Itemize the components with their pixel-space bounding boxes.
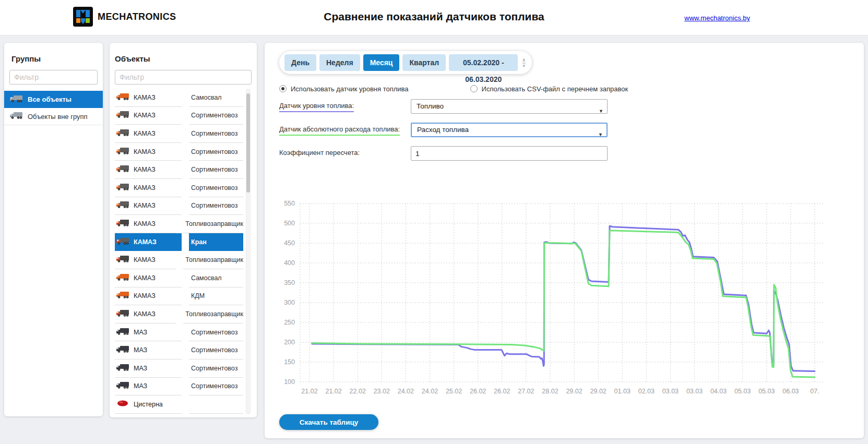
source-radios: Использовать датчик уровня топливаИсполь… — [279, 83, 628, 94]
object-row[interactable]: КАМАЗКДМ — [115, 287, 243, 306]
object-type-cell: Топливозаправщик — [183, 305, 243, 323]
object-name-cell: КАМАЗ — [115, 107, 182, 125]
truck-icon — [116, 182, 129, 194]
groups-panel: Группы Все объектыОбъекты вне групп — [4, 43, 103, 416]
objects-list: КАМАЗСамосвалКАМАЗСортиментовозКАМАЗСорт… — [115, 89, 243, 414]
object-row[interactable]: КАМАЗСортиментовоз — [115, 197, 243, 215]
level-sensor-select[interactable]: Топливо ▼ — [411, 99, 608, 114]
object-name-cell: МАЗ — [115, 378, 182, 396]
object-type: Топливозаправщик — [185, 220, 243, 227]
objects-scrollbar[interactable] — [246, 89, 251, 414]
logo-text: MECHATRONICS — [98, 11, 176, 22]
object-row[interactable]: МАЗСортиментовоз — [115, 323, 243, 342]
object-name: МАЗ — [134, 382, 147, 390]
y-axis-tick-label: 100 — [284, 378, 295, 386]
x-axis-tick-label: 02.03 — [638, 388, 655, 395]
spinner-down-icon[interactable]: ▼ — [522, 65, 526, 68]
groups-filter-input[interactable] — [9, 70, 98, 85]
object-type-cell: Кран — [189, 233, 243, 251]
radio-option-0[interactable]: Использовать датчик уровня топлива — [279, 83, 409, 94]
object-name: КАМАЗ — [134, 94, 156, 101]
object-row[interactable]: КАМАЗТопливозаправщик — [115, 305, 243, 323]
radio-icon[interactable] — [279, 85, 287, 92]
object-name-cell: КАМАЗ — [115, 269, 182, 287]
page-title: Сравнение показаний датчиков топлива — [324, 10, 544, 23]
tab-period-3[interactable]: Квартал — [402, 54, 446, 71]
coefficient-label: Коэффициент пересчета: — [279, 149, 360, 158]
group-item-0[interactable]: Все объекты — [4, 91, 103, 108]
object-type-cell: Сортиментовоз — [189, 359, 243, 378]
radio-icon[interactable] — [470, 85, 478, 92]
object-name: КАМАЗ — [134, 220, 156, 227]
object-type-cell: Сортиментовоз — [189, 161, 243, 179]
object-row[interactable]: КАМАЗСортиментовоз — [115, 143, 243, 161]
truck-icon — [116, 218, 129, 230]
x-axis-tick-label: 21.02 — [301, 388, 317, 395]
objects-scrollbar-thumb[interactable] — [246, 93, 250, 193]
groups-list: Все объектыОбъекты вне групп — [4, 91, 103, 125]
y-axis-tick-label: 550 — [284, 200, 295, 207]
object-name: КАМАЗ — [134, 202, 156, 209]
object-row[interactable]: КАМАЗТопливозаправщик — [115, 251, 243, 269]
tab-period-1[interactable]: Неделя — [319, 54, 360, 71]
object-row[interactable]: МАЗСортиментовоз — [115, 341, 243, 359]
x-axis-tick-label: 21.02 — [325, 388, 341, 395]
x-axis-tick-label: 05.03 — [734, 388, 751, 395]
y-axis-tick-label: 250 — [284, 319, 295, 326]
y-axis-tick-label: 200 — [284, 339, 295, 346]
object-name: КАМАЗ — [134, 292, 156, 299]
object-type: Сортиментовоз — [191, 202, 237, 209]
fuel-comparison-chart: 55050045040035030025020015010021.0221.02… — [274, 193, 838, 408]
date-spinner-control[interactable]: ▲☰▼ — [521, 54, 527, 71]
object-row[interactable]: МАЗСортиментовоз — [115, 359, 243, 378]
date-range-button[interactable]: 05.02.2020 - 06.03.2020 — [449, 54, 518, 71]
object-name: КАМАЗ — [134, 184, 156, 191]
truck-icon — [9, 111, 23, 122]
object-row[interactable]: КАМАЗСамосвал — [115, 269, 243, 287]
object-row[interactable]: Цистерна — [115, 395, 243, 414]
object-type: Самосвал — [191, 94, 222, 101]
tab-period-0[interactable]: День — [284, 54, 316, 71]
object-name-cell: КАМАЗ — [115, 89, 182, 107]
object-name: КАМАЗ — [134, 112, 156, 119]
object-row[interactable]: КАМАЗСортиментовоз — [115, 161, 243, 179]
object-type: Сортиментовоз — [191, 329, 237, 336]
object-type-cell: Сортиментовоз — [189, 143, 243, 161]
object-type: Самосвал — [191, 274, 222, 282]
series-line-0 — [312, 226, 815, 371]
radio-option-1[interactable]: Использовать CSV-файл с перечнем заправо… — [470, 83, 628, 94]
y-axis-tick-label: 400 — [284, 259, 295, 267]
object-row[interactable]: КАМАЗСортиментовоз — [115, 179, 243, 197]
object-name: МАЗ — [134, 329, 147, 336]
coefficient-input[interactable] — [411, 146, 608, 161]
site-link[interactable]: www.mechatronics.by — [684, 14, 750, 22]
object-type-cell: КДМ — [189, 287, 243, 306]
object-row[interactable]: КАМАЗТопливозаправщик — [115, 215, 243, 233]
object-row[interactable]: МАЗСортиментовоз — [115, 378, 243, 396]
truck-icon — [9, 94, 23, 105]
object-type: КДМ — [191, 292, 205, 299]
tank-icon — [116, 399, 129, 410]
flow-sensor-select[interactable]: Расход топлива ▼ — [411, 123, 608, 137]
x-axis-tick-label: 24.02 — [398, 388, 414, 395]
object-row[interactable]: КАМАЗСортиментовоз — [115, 107, 243, 125]
object-row[interactable]: КАМАЗСамосвал — [115, 89, 243, 107]
object-name: КАМАЗ — [134, 310, 156, 318]
object-name-cell: КАМАЗ — [115, 215, 176, 233]
object-row[interactable]: КАМАЗСортиментовоз — [115, 125, 243, 143]
group-item-1[interactable]: Объекты вне групп — [4, 108, 103, 125]
y-axis-tick-label: 450 — [284, 239, 295, 247]
object-name-cell: КАМАЗ — [115, 287, 182, 306]
objects-filter-input[interactable] — [115, 70, 252, 85]
x-axis-tick-label: 01.03 — [614, 388, 631, 395]
flow-sensor-value: Расход топлива — [417, 126, 469, 134]
x-axis-tick-label: 23.02 — [374, 388, 390, 395]
tab-period-2[interactable]: Месяц — [363, 54, 400, 71]
radio-label: Использовать датчик уровня топлива — [291, 85, 409, 93]
download-table-button[interactable]: Скачать таблицу — [279, 414, 378, 430]
object-row[interactable]: КАМАЗКран — [115, 233, 243, 251]
object-type-cell: Сортиментовоз — [189, 197, 243, 215]
object-type: Сортиментовоз — [191, 346, 237, 354]
object-name: КАМАЗ — [134, 274, 156, 282]
group-item-label: Все объекты — [28, 95, 72, 103]
